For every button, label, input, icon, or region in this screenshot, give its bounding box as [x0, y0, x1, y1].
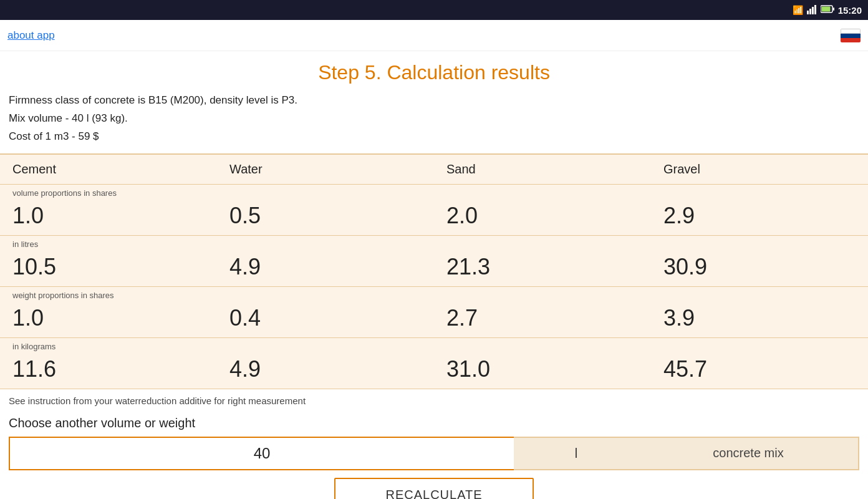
table-cell-r3-c3: 45.7: [651, 352, 868, 389]
table-section-label-3: in kilograms: [0, 337, 868, 352]
about-app-link[interactable]: about app: [7, 29, 55, 42]
recalculate-button[interactable]: RECALCULATE: [334, 478, 533, 499]
summary-line1: Firmness class of concrete is B15 (M200)…: [9, 92, 859, 110]
table-cell-r2-c3: 3.9: [651, 301, 868, 338]
table-cell-r1-c3: 30.9: [651, 250, 868, 287]
table-cell-r1-c0: 10.5: [0, 250, 217, 287]
content: Step 5. Calculation results Firmness cla…: [0, 51, 868, 499]
table-cell-r3-c0: 11.6: [0, 352, 217, 389]
svg-rect-6: [833, 7, 834, 11]
unit-display: l: [514, 437, 639, 470]
table-row: 1.00.52.02.9: [0, 199, 868, 236]
table-cell-r2-c0: 1.0: [0, 301, 217, 338]
table-section-label-2: weight proportions in shares: [0, 286, 868, 301]
table-cell-r3-c1: 4.9: [217, 352, 434, 389]
table-cell-r2-c1: 0.4: [217, 301, 434, 338]
mix-type-display: concrete mix: [639, 437, 859, 470]
status-bar: 📶 15:20: [0, 0, 868, 20]
table-cell-r3-c2: 31.0: [434, 352, 651, 389]
col-header-cement: Cement: [0, 154, 217, 185]
col-header-water: Water: [217, 154, 434, 185]
svg-rect-5: [821, 7, 830, 12]
results-table: Cement Water Sand Gravel volume proporti…: [0, 153, 868, 389]
table-cell-r1-c1: 4.9: [217, 250, 434, 287]
table-section-label-1: in litres: [0, 235, 868, 250]
col-header-sand: Sand: [434, 154, 651, 185]
top-bar: about app: [0, 20, 868, 51]
table-row: 1.00.42.73.9: [0, 301, 868, 338]
table-row: 10.54.921.330.9: [0, 250, 868, 287]
summary-line2: Mix volume - 40 l (93 kg).: [9, 110, 859, 128]
battery-icon: [821, 5, 834, 15]
table-cell-r0-c1: 0.5: [217, 199, 434, 236]
signal-icon: [807, 4, 817, 16]
wifi-icon: 📶: [793, 5, 803, 15]
recalculate-row: RECALCULATE: [9, 478, 859, 499]
table-cell-r0-c2: 2.0: [434, 199, 651, 236]
table-cell-r0-c0: 1.0: [0, 199, 217, 236]
table-cell-r1-c2: 21.3: [434, 250, 651, 287]
page-title: Step 5. Calculation results: [0, 51, 868, 92]
col-header-gravel: Gravel: [651, 154, 868, 185]
bottom-section: Choose another volume or weight l concre…: [0, 411, 868, 499]
table-cell-r2-c2: 2.7: [434, 301, 651, 338]
svg-rect-2: [812, 7, 814, 14]
summary-text: Firmness class of concrete is B15 (M200)…: [0, 92, 868, 153]
input-row: l concrete mix: [9, 437, 859, 470]
svg-rect-0: [807, 11, 809, 14]
status-time: 15:20: [838, 5, 862, 16]
volume-input[interactable]: [9, 437, 514, 470]
summary-line3: Cost of 1 m3 - 59 $: [9, 128, 859, 146]
table-cell-r0-c3: 2.9: [651, 199, 868, 236]
choose-label: Choose another volume or weight: [9, 416, 859, 430]
instruction-text: See instruction from your waterreduction…: [0, 389, 868, 411]
table-row: 11.64.931.045.7: [0, 352, 868, 389]
language-flag[interactable]: [841, 29, 861, 42]
svg-rect-3: [814, 5, 816, 14]
table-section-label-0: volume proportions in shares: [0, 184, 868, 199]
svg-rect-1: [809, 9, 811, 14]
